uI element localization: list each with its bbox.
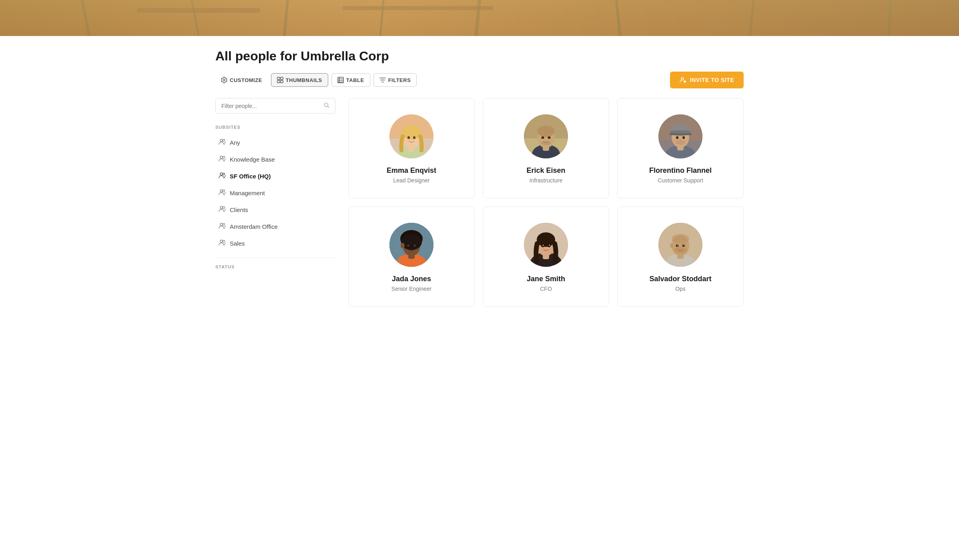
- knowledge-base-label: Knowledge Base: [230, 156, 275, 163]
- person-role-jane: CFO: [540, 286, 552, 292]
- svg-line-10: [889, 0, 890, 36]
- svg-point-94: [672, 234, 689, 244]
- sidebar-item-clients[interactable]: Clients: [215, 202, 335, 218]
- status-label: STATUS: [215, 264, 335, 269]
- people-icon-any: [219, 138, 226, 146]
- person-name-jane: Jane Smith: [527, 275, 565, 283]
- svg-point-97: [682, 244, 685, 247]
- invite-icon: [680, 76, 687, 84]
- svg-point-51: [542, 136, 544, 139]
- svg-point-28: [223, 173, 225, 175]
- person-card-salvador-stoddart[interactable]: Salvador Stoddart Ops: [617, 206, 744, 307]
- svg-rect-2: [343, 6, 494, 10]
- svg-point-88: [549, 245, 550, 246]
- svg-point-62: [676, 136, 678, 139]
- svg-point-24: [223, 140, 225, 142]
- svg-point-98: [677, 245, 678, 246]
- search-icon: [324, 102, 329, 109]
- svg-point-20: [681, 78, 684, 80]
- search-input[interactable]: [221, 103, 324, 109]
- svg-point-77: [408, 245, 409, 246]
- svg-rect-11: [277, 77, 280, 80]
- person-name-emma: Emma Enqvist: [387, 166, 436, 175]
- svg-point-95: [674, 247, 687, 253]
- svg-point-34: [223, 224, 225, 226]
- person-role-salvador: Ops: [675, 286, 686, 292]
- person-card-emma-enqvist[interactable]: Emma Enqvist Lead Designer: [348, 98, 475, 198]
- people-icon-knowledge-base: [219, 155, 226, 163]
- table-button[interactable]: TABLE: [331, 73, 370, 87]
- thumbnails-button[interactable]: THUMBNAILS: [271, 73, 328, 87]
- thumbnails-icon: [277, 77, 283, 83]
- person-name-salvador: Salvador Stoddart: [649, 275, 711, 283]
- subsites-section: SUBSITES Any: [215, 125, 335, 251]
- sidebar-item-amsterdam[interactable]: Amsterdam Office: [215, 218, 335, 234]
- person-card-florentino-flannel[interactable]: Florentino Flannel Customer Support: [617, 98, 744, 198]
- svg-rect-12: [281, 77, 283, 80]
- person-card-jane-smith[interactable]: Jane Smith CFO: [483, 206, 609, 307]
- people-icon-management: [219, 189, 226, 197]
- svg-rect-14: [281, 80, 283, 83]
- clients-label: Clients: [230, 206, 248, 213]
- invite-to-site-button[interactable]: INVITE TO SITE: [670, 72, 744, 88]
- customize-label: CUSTOMIZE: [230, 77, 262, 83]
- person-name-erick: Erick Eisen: [526, 166, 565, 175]
- svg-point-44: [413, 136, 415, 139]
- filters-button[interactable]: FILTERS: [373, 73, 417, 87]
- svg-point-87: [543, 245, 544, 246]
- svg-line-22: [328, 106, 329, 108]
- sidebar-divider: [215, 258, 335, 258]
- svg-point-43: [407, 136, 410, 139]
- person-card-erick-eisen[interactable]: Erick Eisen Infrastructure: [483, 98, 609, 198]
- subsites-label: SUBSITES: [215, 125, 335, 130]
- table-label: TABLE: [346, 77, 364, 83]
- any-label: Any: [230, 139, 240, 146]
- toolbar-left: CUSTOMIZE THUMBNAILS: [215, 73, 417, 87]
- filters-label: FILTERS: [388, 77, 411, 83]
- person-role-jada: Senior Engineer: [391, 286, 431, 292]
- person-card-jada-jones[interactable]: Jada Jones Senior Engineer: [348, 206, 475, 307]
- svg-point-36: [223, 240, 225, 242]
- svg-point-31: [220, 206, 223, 209]
- svg-point-50: [537, 126, 555, 137]
- svg-point-52: [548, 136, 551, 139]
- person-name-florentino: Florentino Flannel: [649, 166, 712, 175]
- person-name-jada: Jada Jones: [392, 275, 431, 283]
- person-role-erick: Infrastructure: [530, 177, 562, 184]
- status-section: STATUS: [215, 264, 335, 269]
- sidebar-item-sf-office[interactable]: SF Office (HQ): [215, 168, 335, 184]
- svg-point-100: [670, 243, 673, 248]
- svg-point-78: [414, 245, 415, 246]
- sidebar: SUBSITES Any: [215, 98, 335, 307]
- customize-button[interactable]: CUSTOMIZE: [215, 74, 268, 86]
- svg-point-64: [675, 140, 686, 145]
- hero-banner: [0, 0, 959, 36]
- svg-point-63: [682, 136, 685, 139]
- avatar-salvador-stoddart: [658, 223, 702, 267]
- thumbnails-label: THUMBNAILS: [286, 77, 322, 83]
- sidebar-item-management[interactable]: Management: [215, 185, 335, 201]
- sidebar-item-knowledge-base[interactable]: Knowledge Base: [215, 151, 335, 167]
- avatar-erick-eisen: [524, 114, 568, 158]
- content-area: SUBSITES Any: [215, 98, 744, 323]
- sidebar-item-any[interactable]: Any: [215, 134, 335, 150]
- svg-point-29: [220, 190, 223, 192]
- svg-point-84: [537, 232, 555, 247]
- people-icon-sf-office: [219, 172, 226, 180]
- svg-rect-61: [670, 133, 692, 135]
- table-icon: [337, 77, 344, 83]
- cards-grid: Emma Enqvist Lead Designer: [348, 98, 744, 307]
- main-content: Emma Enqvist Lead Designer: [348, 98, 744, 307]
- sidebar-item-sales[interactable]: Sales: [215, 235, 335, 251]
- toolbar: CUSTOMIZE THUMBNAILS: [215, 72, 744, 88]
- sales-label: Sales: [230, 240, 245, 247]
- sf-office-label: SF Office (HQ): [230, 173, 271, 180]
- svg-rect-13: [277, 80, 280, 83]
- svg-point-35: [220, 240, 223, 242]
- amsterdam-label: Amsterdam Office: [230, 223, 278, 230]
- person-role-florentino: Customer Support: [658, 177, 703, 184]
- management-label: Management: [230, 190, 265, 196]
- search-box[interactable]: [215, 98, 335, 114]
- svg-point-53: [541, 141, 551, 145]
- svg-point-42: [402, 125, 421, 140]
